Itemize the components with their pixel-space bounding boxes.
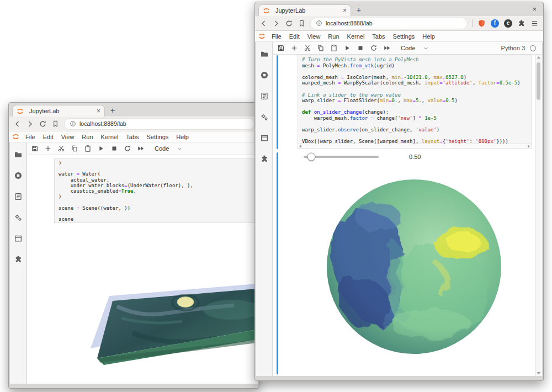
notebook-vertical-scrollbar[interactable] — [535, 55, 542, 376]
scroll-up-icon[interactable] — [537, 56, 540, 59]
extensions-icon[interactable] — [14, 255, 23, 264]
front-notebook-panel: Code Python 3 # Turn the PyVista mesh in… — [273, 42, 542, 376]
extensions-icon[interactable] — [260, 155, 269, 163]
back-address-bar[interactable]: localhost:8889/lab — [64, 118, 254, 130]
front-tab-close-icon[interactable]: × — [343, 7, 347, 14]
output-cell-collapser[interactable] — [277, 152, 278, 374]
front-cell-type-label: Code — [401, 45, 415, 51]
water-scene-3d-view[interactable] — [50, 266, 257, 380]
scrollbar-thumb[interactable] — [537, 62, 540, 100]
stop-icon[interactable] — [357, 44, 364, 52]
property-inspector-icon[interactable] — [260, 92, 269, 100]
settings-icon[interactable] — [260, 113, 269, 121]
jupyter-logo-icon — [263, 7, 270, 14]
front-menu-view[interactable]: View — [304, 33, 325, 40]
front-nav-forward-icon[interactable] — [272, 19, 280, 28]
save-icon[interactable] — [31, 145, 39, 152]
file-browser-icon[interactable] — [260, 50, 269, 59]
back-menu-file[interactable]: File — [22, 134, 39, 140]
front-menu-edit[interactable]: Edit — [285, 33, 304, 40]
save-icon[interactable] — [277, 44, 285, 52]
front-menu-help[interactable]: Help — [418, 33, 439, 40]
back-menu-kernel[interactable]: Kernel — [97, 134, 123, 140]
back-url-text: localhost:8889/lab — [79, 120, 126, 127]
front-menu-tabs[interactable]: Tabs — [368, 33, 389, 40]
cut-icon[interactable] — [304, 44, 311, 52]
kernel-status-icon — [530, 45, 536, 51]
window-close-button[interactable]: × — [532, 5, 537, 13]
back-nav-back-icon[interactable] — [13, 120, 22, 128]
front-code-editor[interactable]: # Turn the PyVista mesh into a PolyMeshm… — [298, 55, 531, 145]
front-menu-kernel[interactable]: Kernel — [343, 33, 369, 40]
code-horizontal-scrollbar[interactable] — [298, 144, 531, 149]
settings-icon[interactable] — [14, 213, 23, 222]
site-info-icon[interactable] — [316, 20, 322, 27]
back-menu-settings[interactable]: Settings — [143, 134, 173, 140]
front-browser-tab[interactable]: JupyterLab × — [258, 4, 351, 16]
restart-icon[interactable] — [124, 145, 131, 152]
stop-icon[interactable] — [110, 145, 118, 152]
front-extension-icons: f e — [472, 19, 539, 28]
scroll-down-icon[interactable] — [537, 372, 540, 374]
paste-icon[interactable] — [330, 44, 338, 52]
back-menu-help[interactable]: Help — [172, 134, 193, 140]
front-nav-back-icon[interactable] — [259, 19, 268, 28]
copy-icon[interactable] — [71, 145, 78, 152]
run-icon[interactable] — [97, 145, 105, 152]
back-tab-close-icon[interactable]: × — [97, 108, 100, 114]
kernel-selector[interactable]: Python 3 — [501, 45, 538, 51]
back-new-tab-button[interactable]: + — [110, 106, 115, 115]
front-menu-file[interactable]: File — [268, 33, 285, 40]
copy-icon[interactable] — [317, 44, 325, 52]
front-address-bar[interactable]: localhost:8888/lab — [310, 18, 468, 29]
back-activity-bar — [10, 142, 26, 384]
back-code-cell[interactable]: ) water = Water( actual_water, under_wat… — [54, 158, 258, 223]
e-extension-icon[interactable]: e — [504, 19, 512, 28]
front-reload-icon[interactable] — [285, 19, 293, 28]
earth-globe-3d-view[interactable] — [326, 178, 502, 355]
insert-cell-icon[interactable] — [290, 44, 298, 52]
front-cell-type-dropdown[interactable]: Code — [401, 45, 429, 51]
back-menu-run[interactable]: Run — [78, 134, 97, 140]
back-cell-type-dropdown[interactable]: Code — [155, 145, 183, 152]
front-menu-run[interactable]: Run — [324, 33, 343, 40]
restart-run-all-icon[interactable] — [137, 145, 145, 152]
front-menu-settings[interactable]: Settings — [389, 33, 419, 40]
paste-icon[interactable] — [84, 145, 92, 152]
front-code-cell[interactable]: # Turn the PyVista mesh into a PolyMeshm… — [298, 55, 532, 149]
hamburger-menu-icon[interactable] — [530, 19, 539, 28]
back-code-editor[interactable]: ) water = Water( actual_water, under_wat… — [55, 158, 257, 222]
back-nav-forward-icon[interactable] — [26, 120, 34, 128]
cut-icon[interactable] — [57, 145, 65, 152]
property-inspector-icon[interactable] — [14, 192, 23, 201]
input-cell-collapser[interactable] — [277, 55, 278, 149]
back-bookmark-icon[interactable] — [51, 120, 60, 128]
tabs-panel-icon[interactable] — [260, 134, 269, 142]
back-cell-type-label: Code — [155, 145, 169, 152]
kernel-name: Python 3 — [501, 45, 525, 51]
f-extension-icon[interactable]: f — [491, 19, 499, 28]
running-kernels-icon[interactable] — [14, 171, 23, 180]
back-browser-tab[interactable]: JupyterLab × — [12, 105, 105, 116]
extensions-puzzle-icon[interactable] — [517, 19, 526, 28]
scroll-right-icon[interactable] — [528, 145, 530, 148]
restart-run-all-icon[interactable] — [383, 44, 391, 52]
file-browser-icon[interactable] — [14, 150, 23, 159]
front-bookmark-icon[interactable] — [298, 19, 306, 28]
back-menu-tabs[interactable]: Tabs — [122, 134, 142, 140]
running-kernels-icon[interactable] — [260, 71, 269, 80]
tabs-panel-icon[interactable] — [14, 234, 23, 243]
desktop: JupyterLab × + localhost:8889/lab File E… — [0, 0, 552, 392]
scroll-left-icon[interactable] — [299, 145, 301, 148]
back-menu-edit[interactable]: Edit — [39, 134, 57, 140]
insert-cell-icon[interactable] — [44, 145, 52, 152]
site-info-icon[interactable] — [70, 120, 76, 127]
run-icon[interactable] — [343, 44, 351, 52]
back-reload-icon[interactable] — [39, 120, 47, 128]
warp-slider-handle[interactable] — [307, 153, 315, 161]
front-new-tab-button[interactable]: + — [357, 6, 361, 14]
restart-icon[interactable] — [370, 44, 378, 52]
back-menu-view[interactable]: View — [57, 134, 78, 140]
warp-slider-track[interactable] — [304, 156, 379, 158]
shield-extension-icon[interactable] — [477, 19, 486, 28]
